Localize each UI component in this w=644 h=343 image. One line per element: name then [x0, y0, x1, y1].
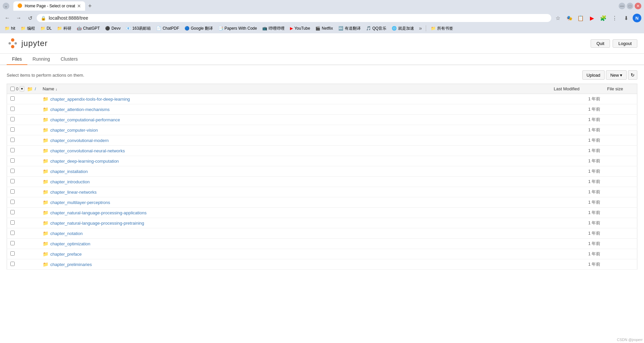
- logout-button[interactable]: Logout: [613, 39, 637, 48]
- file-link[interactable]: chapter_installation: [50, 169, 88, 174]
- bookmark-item-163email[interactable]: 📧 163易邮箱: [124, 25, 153, 32]
- file-link[interactable]: chapter_deep-learning-computation: [50, 159, 119, 164]
- bookmark-item-all-bookmarks[interactable]: 📁 所有书签: [429, 25, 455, 32]
- bookmark-item-bilibili[interactable]: 📺 哔哩哔哩: [260, 25, 287, 32]
- file-link[interactable]: chapter_natural-language-processing-appl…: [50, 210, 146, 215]
- row-checkbox[interactable]: [10, 189, 15, 194]
- file-link[interactable]: chapter_optimization: [50, 241, 90, 246]
- row-checkbox[interactable]: [10, 220, 15, 225]
- bilibili-icon: 📺: [262, 26, 267, 31]
- back-button[interactable]: ←: [3, 13, 12, 23]
- file-link[interactable]: chapter_computational-performance: [50, 117, 120, 122]
- window-minimize-button[interactable]: —: [619, 3, 625, 9]
- forward-button[interactable]: →: [14, 13, 23, 23]
- row-checkbox[interactable]: [10, 117, 15, 121]
- bookmark-star-button[interactable]: ☆: [553, 13, 563, 23]
- address-bar[interactable]: 🔒 localhost:8888/tree: [37, 14, 551, 22]
- row-checkbox-cell: [7, 208, 39, 218]
- row-modified-cell: 1 年前: [551, 166, 604, 177]
- bookmark-item-bianjicheng[interactable]: 📁 编程: [19, 25, 37, 32]
- row-checkbox[interactable]: [10, 210, 15, 214]
- bookmark-item-netflix[interactable]: 🎬 Netflix: [313, 25, 335, 31]
- row-checkbox-cell: [7, 197, 39, 208]
- tab-running[interactable]: Running: [27, 54, 55, 65]
- file-link[interactable]: chapter_appendix-tools-for-deep-learning: [50, 97, 130, 102]
- file-link[interactable]: chapter_introduction: [50, 179, 90, 184]
- window-controls: ⌄: [3, 3, 9, 9]
- bookmark-item-google-translate[interactable]: 🔵 Google 翻译: [183, 25, 215, 32]
- row-checkbox-cell: [7, 156, 39, 166]
- row-size-cell: [604, 135, 637, 146]
- row-checkbox[interactable]: [10, 251, 15, 256]
- more-bookmarks-button[interactable]: »: [417, 25, 423, 32]
- row-checkbox[interactable]: [10, 148, 15, 152]
- name-column-header[interactable]: Name ↓: [39, 84, 551, 94]
- row-checkbox[interactable]: [10, 107, 15, 111]
- bookmark-item-qqmusic[interactable]: 🎵 QQ音乐: [364, 25, 389, 32]
- counter-dropdown-button[interactable]: ▾: [20, 86, 24, 92]
- profile-button[interactable]: N: [633, 14, 641, 22]
- row-checkbox-cell: [7, 177, 39, 187]
- reload-button[interactable]: ↺: [25, 13, 35, 23]
- refresh-button[interactable]: ↻: [628, 70, 637, 80]
- row-checkbox[interactable]: [10, 179, 15, 183]
- file-link[interactable]: chapter_multilayer-perceptrons: [50, 200, 110, 205]
- menu-button[interactable]: ⋮: [610, 13, 619, 23]
- row-checkbox-cell: [7, 104, 39, 115]
- tab-clusters[interactable]: Clusters: [55, 54, 83, 65]
- row-checkbox[interactable]: [10, 241, 15, 245]
- bookmark-item-keyan[interactable]: 📁 科研: [55, 25, 73, 32]
- window-collapse-button[interactable]: ⌄: [3, 3, 9, 9]
- bookmark-item-chatpdf[interactable]: 📄 ChatPDF: [154, 25, 181, 31]
- row-checkbox[interactable]: [10, 231, 15, 235]
- row-checkbox[interactable]: [10, 200, 15, 204]
- bookmark-item-all-folders[interactable]: 📁 hit: [3, 25, 17, 31]
- new-tab-button[interactable]: +: [85, 1, 94, 11]
- file-link[interactable]: chapter_preface: [50, 252, 82, 257]
- active-tab[interactable]: 🟠 Home Page - Select or creat ✕: [13, 1, 85, 11]
- jupyter-logo: jupyter: [7, 37, 48, 49]
- bookmark-item-youdao[interactable]: 🔤 有道翻译: [336, 25, 363, 32]
- row-checkbox[interactable]: [10, 158, 15, 163]
- bookmark-item-chatgpt[interactable]: 🤖 ChatGPT: [75, 25, 102, 31]
- bookmark-label: 所有书签: [437, 26, 453, 31]
- row-checkbox[interactable]: [10, 262, 15, 266]
- row-name-cell: 📁 chapter_linear-networks: [39, 187, 551, 197]
- row-name-cell: 📁 chapter_natural-language-processing-pr…: [39, 218, 551, 228]
- file-browser: Select items to perform actions on them.…: [0, 65, 644, 275]
- window-maximize-button[interactable]: □: [627, 3, 633, 9]
- upload-button[interactable]: Upload: [582, 70, 605, 80]
- bookmark-item-papers-with-code[interactable]: 📑 Papers With Code: [216, 25, 259, 31]
- folder-icon: 📁: [43, 262, 48, 267]
- file-link[interactable]: chapter_natural-language-processing-pret…: [50, 221, 144, 226]
- bookmark-item-devv[interactable]: ⚫ Devv: [103, 25, 122, 31]
- extensions-button[interactable]: 🧩: [599, 13, 608, 23]
- tab-close-button[interactable]: ✕: [77, 3, 81, 9]
- file-link[interactable]: chapter_convolutional-modern: [50, 138, 109, 143]
- file-link[interactable]: chapter_computer-vision: [50, 128, 98, 133]
- new-button[interactable]: New ▾: [606, 70, 627, 80]
- row-modified-cell: 1 年前: [551, 249, 604, 259]
- row-checkbox[interactable]: [10, 169, 15, 173]
- row-checkbox[interactable]: [10, 138, 15, 142]
- file-link[interactable]: chapter_preliminaries: [50, 262, 92, 267]
- file-link[interactable]: chapter_convolutional-neural-networks: [50, 148, 125, 153]
- tab-files[interactable]: Files: [7, 54, 27, 65]
- window-close-button[interactable]: ✕: [635, 3, 641, 9]
- bookmark-label: Netflix: [322, 26, 333, 31]
- screenshot-button[interactable]: 📋: [576, 13, 585, 23]
- moovit-icon-button[interactable]: 🎭: [565, 13, 574, 23]
- row-checkbox[interactable]: [10, 127, 15, 132]
- file-link[interactable]: chapter_attention-mechanisms: [50, 107, 110, 112]
- file-link[interactable]: chapter_linear-networks: [50, 190, 97, 195]
- bookmark-item-dl[interactable]: 📁 DL: [38, 25, 54, 31]
- browser-nav-icons: ☆ 🎭 📋 ▶ 🧩 ⋮ ⬇ N: [553, 13, 641, 23]
- select-all-checkbox[interactable]: [10, 87, 15, 91]
- bookmark-item-speedup[interactable]: 🌐 就是加速: [390, 25, 416, 32]
- download-button[interactable]: ⬇: [621, 13, 631, 23]
- video-button[interactable]: ▶: [587, 13, 597, 23]
- row-checkbox[interactable]: [10, 96, 15, 101]
- quit-button[interactable]: Quit: [591, 39, 610, 48]
- bookmark-item-youtube[interactable]: ▶ YouTube: [288, 25, 312, 31]
- file-link[interactable]: chapter_notation: [50, 231, 83, 236]
